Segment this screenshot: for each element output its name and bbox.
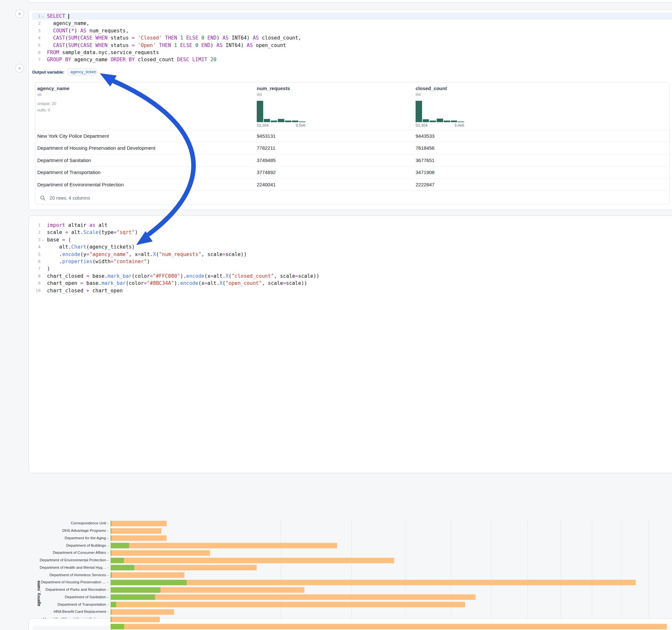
- bar-closed_count: [111, 550, 210, 556]
- column-type: i64: [415, 92, 464, 97]
- code-token: =: [210, 273, 213, 279]
- column-histogram: [257, 101, 305, 122]
- python-editor[interactable]: 123⌄45678910 import altair as altscale =…: [32, 222, 672, 295]
- code-token: SUM: [68, 35, 77, 41]
- code-token: [171, 43, 174, 48]
- code-token: CASE: [80, 35, 92, 41]
- bar-open_count: [111, 580, 187, 585]
- code-token: (y: [80, 251, 87, 257]
- table-cell: 7782211: [257, 145, 275, 151]
- code-token: SUM: [68, 43, 77, 48]
- code-token: 0: [195, 43, 198, 48]
- table-cell: Department of Environmental Protection: [37, 182, 124, 187]
- add-cell-button-2[interactable]: +: [15, 64, 24, 73]
- code-token: [204, 35, 207, 41]
- code-token: scale: [47, 229, 65, 235]
- code-token: [135, 35, 138, 41]
- histogram-bar: [458, 122, 464, 122]
- code-token: [162, 35, 165, 41]
- code-token: =: [86, 251, 89, 257]
- code-token: [65, 13, 68, 19]
- code-token: base.: [90, 273, 107, 279]
- code-token: closed_count: [135, 57, 177, 63]
- y-axis-tick-label: DHS Advantage Programs: [29, 529, 106, 532]
- table-cell: 9453131: [257, 133, 275, 139]
- column-header[interactable]: agency_namestrunique: 20nulls: 0: [37, 86, 69, 113]
- code-token: THEN: [159, 43, 171, 48]
- table-row[interactable]: Department of Housing Preservation and D…: [35, 142, 669, 154]
- code-token: import: [47, 222, 65, 228]
- line-number: 2: [32, 229, 41, 236]
- collapse-chevron-icon[interactable]: ⌄: [42, 13, 44, 20]
- y-axis-tick: [107, 590, 109, 590]
- code-token: =: [131, 43, 135, 48]
- table-row[interactable]: Department of Sanitation37494853677651: [35, 154, 669, 167]
- python-line-number-gutter: 123⌄45678910: [32, 222, 41, 294]
- sql-code: SELECT agency_name, COUNT(*) AS num_requ…: [47, 13, 672, 64]
- code-token: scale)): [225, 251, 247, 257]
- code-token: INT64): [222, 43, 247, 48]
- column-histogram: [415, 101, 464, 122]
- chart-plot-area: 0800,0001,600,0002,400,0003,200,0004,000…: [29, 513, 672, 630]
- code-token: X: [153, 251, 156, 257]
- table-row[interactable]: Department of Environmental Protection22…: [35, 179, 669, 191]
- code-token: "open_count": [225, 280, 262, 286]
- sql-editor[interactable]: 1⌄234567 SELECT agency_name, COUNT(*) AS…: [32, 13, 672, 65]
- y-axis-tick: [107, 560, 109, 561]
- add-cell-button[interactable]: +: [15, 9, 24, 18]
- bar-open_count: [111, 595, 155, 600]
- results-table: agency_namestrunique: 20nulls: 0num_requ…: [35, 82, 670, 204]
- gridline: [561, 520, 561, 630]
- code-token: "sqrt": [117, 229, 135, 235]
- search-icon[interactable]: [40, 195, 46, 201]
- code-token: [156, 43, 159, 48]
- code-line: FROM sample_data.nyc.service_requests: [47, 49, 672, 56]
- column-type: i64: [257, 92, 305, 97]
- code-line: import altair as alt: [47, 222, 672, 229]
- code-token: *: [71, 28, 74, 34]
- code-token: =: [150, 273, 153, 279]
- code-token: .: [47, 259, 62, 264]
- code-token: alt.: [141, 251, 153, 257]
- y-axis-tick-label: Department of Consumer Affairs: [29, 551, 106, 555]
- column-header[interactable]: num_requestsi6453,3049.5e6: [257, 86, 305, 128]
- code-token: GROUP BY: [47, 57, 71, 63]
- collapse-chevron-icon[interactable]: ⌄: [42, 236, 44, 243]
- table-cell: Department of Sanitation: [37, 158, 91, 163]
- bar-open_count: [111, 521, 112, 526]
- code-token: "container": [114, 259, 147, 264]
- histogram-bar: [430, 121, 436, 122]
- table-row[interactable]: New York City Police Department945313194…: [35, 130, 669, 142]
- code-token: ): [74, 28, 80, 34]
- code-token: [177, 43, 180, 48]
- gridline: [405, 520, 406, 630]
- code-token: ): [210, 43, 217, 48]
- code-line: chart_closed + chart_open: [47, 287, 672, 294]
- code-token: alt.: [213, 273, 225, 279]
- line-number: 3⌄: [32, 236, 41, 243]
- sql-line-number-gutter: 1⌄234567: [32, 13, 41, 64]
- y-axis-tick: [107, 553, 109, 553]
- line-number: 1: [32, 222, 41, 229]
- y-axis-tick-label: Department of Buildings: [29, 543, 106, 547]
- table-summary: 20 rows, 4 columns: [50, 195, 90, 201]
- code-token: Chart: [71, 244, 87, 250]
- code-token: COUNT: [53, 28, 68, 34]
- notebook-page: + + 1⌄234567 SELECT agency_name, COUNT(*…: [0, 0, 672, 630]
- code-token: SELECT: [47, 13, 65, 19]
- code-token: (x: [204, 273, 210, 279]
- code-token: AS: [247, 43, 253, 48]
- output-variable-chip[interactable]: agency_tickets: [68, 69, 96, 75]
- table-row[interactable]: Department of Transportation377489234719…: [35, 167, 669, 178]
- y-axis-tick: [107, 568, 109, 568]
- code-token: (: [77, 43, 80, 48]
- code-token: AS: [217, 43, 223, 48]
- code-token: , scale: [274, 273, 295, 279]
- histogram-bar: [423, 119, 429, 122]
- code-token: status: [107, 43, 132, 48]
- column-header[interactable]: closed_counti6453,3049.4e6: [415, 86, 464, 128]
- histogram-max-label: 9.5e6: [296, 123, 305, 128]
- code-token: (: [77, 35, 80, 41]
- histogram-bar: [257, 101, 263, 122]
- code-token: (: [222, 280, 225, 286]
